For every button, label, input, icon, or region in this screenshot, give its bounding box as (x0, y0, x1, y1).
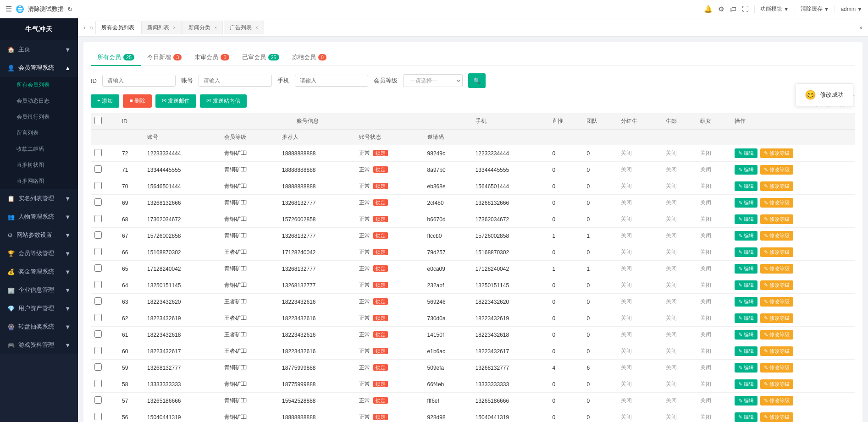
sidebar-item-home[interactable]: 🏠 主页 ▼ (0, 40, 78, 59)
edit-btn-14[interactable]: ✎ 编辑 (735, 379, 757, 389)
row-cb-0[interactable] (94, 149, 102, 156)
sidebar-item-company[interactable]: 🏢 企业信息管理 ▼ (0, 281, 78, 299)
tab-member-list[interactable]: 所有会员列表 (95, 21, 140, 34)
edit-btn-1[interactable]: ✎ 编辑 (735, 165, 757, 175)
level-btn-3[interactable]: ✎ 修改等级 (760, 198, 793, 208)
sidebar-item-assets[interactable]: 💎 用户资产管理 ▼ (0, 299, 78, 318)
sidebar-item-realname[interactable]: 📋 实名列表管理 ▼ (0, 189, 78, 208)
edit-btn-0[interactable]: ✎ 编辑 (735, 148, 757, 158)
edit-btn-9[interactable]: ✎ 编辑 (735, 297, 757, 307)
level-select[interactable]: —请选择— (403, 74, 463, 87)
edit-btn-10[interactable]: ✎ 编辑 (735, 313, 757, 323)
settings-icon[interactable]: ⚙ (718, 5, 724, 13)
tab-ads-list[interactable]: 广告列表 × (224, 21, 264, 34)
level-btn-11[interactable]: ✎ 修改等级 (760, 330, 793, 340)
sidebar-item-site-settings[interactable]: ⚙ 网站参数设置 ▼ (0, 226, 78, 244)
level-btn-9[interactable]: ✎ 修改等级 (760, 297, 793, 307)
member-tab-frozen[interactable]: 冻结会员 0 (286, 49, 333, 66)
row-cb-2[interactable] (94, 182, 102, 189)
bell-icon[interactable]: 🔔 (704, 5, 713, 13)
row-cb-7[interactable] (94, 264, 102, 272)
tab-news-list-close[interactable]: × (173, 25, 176, 30)
level-btn-13[interactable]: ✎ 修改等级 (760, 363, 793, 373)
level-btn-0[interactable]: ✎ 修改等级 (760, 148, 793, 158)
edit-btn-6[interactable]: ✎ 编辑 (735, 247, 757, 257)
level-btn-4[interactable]: ✎ 修改等级 (760, 214, 793, 224)
sidebar-item-member-list[interactable]: 所有会员列表 (0, 77, 78, 93)
send-email-button[interactable]: ✉ 发送邮件 (155, 94, 196, 108)
level-btn-10[interactable]: ✎ 修改等级 (760, 313, 793, 323)
edit-btn-2[interactable]: ✎ 编辑 (735, 181, 757, 191)
expand-icon[interactable]: ⛶ (742, 5, 749, 13)
member-tab-approved[interactable]: 已审会员 25 (236, 49, 286, 66)
row-cb-4[interactable] (94, 215, 102, 222)
tag-icon[interactable]: 🏷 (730, 5, 736, 13)
tab-news-category-close[interactable]: × (214, 25, 217, 30)
func-module-btn[interactable]: 功能模块 ▼ (760, 5, 789, 13)
delete-button[interactable]: ■ 删除 (123, 94, 152, 108)
member-tab-today[interactable]: 今日新增 3 (141, 49, 188, 66)
row-cb-10[interactable] (94, 314, 102, 321)
level-btn-16[interactable]: ✎ 修改等级 (760, 412, 793, 422)
level-btn-8[interactable]: ✎ 修改等级 (760, 280, 793, 290)
sidebar-item-messages[interactable]: 留言列表 (0, 125, 78, 141)
row-cb-14[interactable] (94, 380, 102, 387)
level-btn-12[interactable]: ✎ 修改等级 (760, 346, 793, 356)
edit-btn-16[interactable]: ✎ 编辑 (735, 412, 757, 422)
sidebar-item-qrcode[interactable]: 收款二维码 (0, 141, 78, 157)
send-msg-button[interactable]: ✉ 发送站内信 (200, 94, 246, 108)
sidebar-item-game[interactable]: 🎮 游戏资料管理 ▼ (0, 336, 78, 354)
sidebar-item-member-bank[interactable]: 会员银行列表 (0, 109, 78, 125)
level-btn-2[interactable]: ✎ 修改等级 (760, 181, 793, 191)
level-btn-6[interactable]: ✎ 修改等级 (760, 247, 793, 257)
tab-nav-home[interactable]: ⌂ (88, 25, 95, 30)
edit-btn-8[interactable]: ✎ 编辑 (735, 280, 757, 290)
refresh-icon[interactable]: ↻ (67, 5, 73, 13)
edit-btn-5[interactable]: ✎ 编辑 (735, 231, 757, 241)
row-cb-11[interactable] (94, 330, 102, 338)
edit-btn-15[interactable]: ✎ 编辑 (735, 396, 757, 406)
row-cb-3[interactable] (94, 198, 102, 206)
id-input[interactable] (102, 75, 176, 87)
level-btn-7[interactable]: ✎ 修改等级 (760, 264, 793, 274)
row-cb-8[interactable] (94, 281, 102, 288)
row-cb-15[interactable] (94, 396, 102, 404)
edit-btn-3[interactable]: ✎ 编辑 (735, 198, 757, 208)
row-cb-13[interactable] (94, 363, 102, 371)
tab-news-list[interactable]: 新闻列表 × (141, 21, 182, 34)
row-cb-1[interactable] (94, 165, 102, 173)
row-cb-6[interactable] (94, 248, 102, 255)
member-tab-pending[interactable]: 未审会员 0 (188, 49, 235, 66)
sidebar-item-network[interactable]: 直推网络图 (0, 173, 78, 189)
level-btn-1[interactable]: ✎ 修改等级 (760, 165, 793, 175)
sidebar-item-lottery[interactable]: 🎡 转盘抽奖系统 ▼ (0, 318, 78, 336)
edit-btn-11[interactable]: ✎ 编辑 (735, 330, 757, 340)
row-cb-12[interactable] (94, 347, 102, 354)
sidebar-item-member-log[interactable]: 会员动态日志 (0, 93, 78, 109)
tab-bar-more[interactable]: » (857, 24, 864, 31)
level-btn-15[interactable]: ✎ 修改等级 (760, 396, 793, 406)
level-btn-14[interactable]: ✎ 修改等级 (760, 379, 793, 389)
tab-ads-list-close[interactable]: × (255, 25, 258, 30)
sidebar-item-tree[interactable]: 直推树状图 (0, 157, 78, 173)
account-input[interactable] (199, 75, 272, 87)
sidebar-item-member-mgmt[interactable]: 👤 会员管理系统 ▲ (0, 59, 78, 77)
row-cb-9[interactable] (94, 297, 102, 305)
edit-btn-4[interactable]: ✎ 编辑 (735, 214, 757, 224)
edit-btn-12[interactable]: ✎ 编辑 (735, 346, 757, 356)
add-button[interactable]: + 添加 (91, 94, 119, 108)
admin-btn[interactable]: admin ▼ (840, 6, 862, 12)
level-btn-5[interactable]: ✎ 修改等级 (760, 231, 793, 241)
sidebar-item-people[interactable]: 👥 人物管理系统 ▼ (0, 208, 78, 226)
edit-btn-13[interactable]: ✎ 编辑 (735, 363, 757, 373)
member-tab-all[interactable]: 所有会员 25 (91, 49, 141, 66)
menu-toggle-icon[interactable]: ☰ (6, 5, 12, 13)
select-all-checkbox[interactable] (94, 117, 102, 124)
sidebar-item-level-mgmt[interactable]: 🏆 会员等级管理 ▼ (0, 244, 78, 263)
phone-input[interactable] (295, 75, 368, 87)
sidebar-item-bonus[interactable]: 💰 奖金管理系统 ▼ (0, 263, 78, 281)
row-cb-16[interactable] (94, 413, 102, 420)
row-cb-5[interactable] (94, 231, 102, 239)
clear-cache-btn[interactable]: 清除缓存 ▼ (801, 5, 829, 13)
tab-news-category[interactable]: 新闻分类 × (182, 21, 223, 34)
